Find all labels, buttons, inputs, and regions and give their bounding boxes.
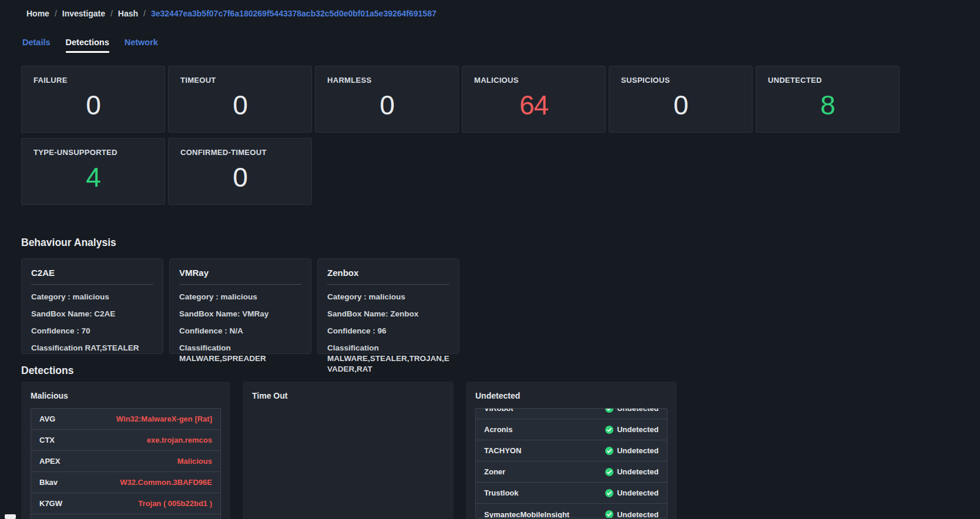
engine-name: ViRobot	[484, 408, 514, 413]
browser-status-indicator	[5, 514, 16, 519]
stat-card-timeout: TIMEOUT 0	[168, 66, 312, 133]
detection-row: AVG Win32:MalwareX-gen [Rat]	[31, 409, 220, 430]
check-circle-icon	[605, 408, 613, 413]
stat-label: FAILURE	[33, 76, 153, 85]
engine-name: APEX	[39, 457, 60, 466]
engine-name: Trustlook	[484, 488, 519, 497]
stat-value: 0	[180, 89, 300, 121]
stat-card-grid: FAILURE 0 TIMEOUT 0 HARMLESS 0 MALICIOUS…	[21, 66, 900, 205]
sandbox-title: Zenbox	[327, 268, 449, 278]
breadcrumb-home[interactable]: Home	[26, 9, 49, 18]
column-label: Undetected	[475, 391, 667, 400]
behaviour-line: Category : malicious	[179, 292, 301, 302]
tab-bar: Details Detections Network	[22, 38, 158, 53]
stat-label: TYPE-UNSUPPORTED	[33, 148, 153, 157]
behaviour-line: Confidence : N/A	[179, 326, 301, 336]
behaviour-card-zenbox: Zenbox Category : malicious SandBox Name…	[317, 258, 459, 354]
detection-result: Trojan ( 005b22bd1 )	[138, 499, 212, 508]
detection-result: Undetected	[617, 408, 659, 413]
detection-row: TACHYON Undetected	[476, 440, 667, 461]
engine-name: SymantecMobileInsight	[484, 510, 569, 519]
sandbox-title: C2AE	[31, 268, 153, 278]
stat-label: SUSPICIOUS	[621, 76, 740, 85]
engine-name: TACHYON	[484, 446, 521, 455]
stat-label: CONFIRMED-TIMEOUT	[180, 148, 300, 157]
stat-label: MALICIOUS	[474, 76, 593, 85]
behaviour-line: Classification MALWARE,STEALER,TROJAN,EV…	[327, 343, 449, 375]
detection-result: Undetected	[617, 510, 659, 519]
behaviour-line: Category : malicious	[31, 292, 153, 302]
behaviour-line: Classification MALWARE,SPREADER	[179, 343, 301, 364]
engine-name: CTX	[39, 436, 55, 444]
behaviour-line: SandBox Name: VMRay	[179, 309, 301, 319]
behaviour-card-c2ae: C2AE Category : malicious SandBox Name: …	[21, 258, 163, 354]
stat-label: TIMEOUT	[180, 76, 300, 85]
stat-value: 8	[768, 89, 887, 121]
breadcrumb-separator: /	[55, 9, 57, 18]
detection-row: APEX Malicious	[31, 451, 220, 472]
detection-row: SymantecMobileInsight Undetected	[476, 504, 667, 518]
detections-column-malicious: Malicious AVG Win32:MalwareX-gen [Rat] C…	[21, 382, 230, 519]
breadcrumb: Home / Investigate / Hash / 3e32447ea3b5…	[26, 9, 437, 18]
tab-details[interactable]: Details	[22, 38, 51, 53]
stat-value: 4	[33, 161, 153, 193]
undetected-list[interactable]: ViRobot Undetected Acronis Undetected	[475, 408, 667, 518]
detections-column-undetected: Undetected ViRobot Undetected Acronis	[466, 382, 677, 519]
detection-result: W32.Common.3BAFD96E	[120, 478, 212, 487]
stat-value: 0	[33, 89, 153, 121]
stat-card-type-unsupported: TYPE-UNSUPPORTED 4	[21, 138, 165, 205]
stat-card-undetected: UNDETECTED 8	[756, 66, 900, 133]
behaviour-line: SandBox Name: C2AE	[31, 309, 153, 319]
detection-row: ViRobot Undetected	[476, 408, 667, 419]
engine-name: Acronis	[484, 425, 512, 434]
behaviour-line: SandBox Name: Zenbox	[327, 309, 449, 319]
detection-row: Acronis Undetected	[476, 419, 667, 440]
partial-row	[31, 514, 220, 519]
malicious-list[interactable]: AVG Win32:MalwareX-gen [Rat] CTX exe.tro…	[31, 408, 221, 519]
detection-result: Malicious	[177, 457, 212, 466]
behaviour-line: Confidence : 96	[327, 326, 449, 336]
detection-result: Win32:MalwareX-gen [Rat]	[116, 414, 212, 423]
divider	[179, 284, 301, 285]
detection-row: Bkav W32.Common.3BAFD96E	[31, 472, 220, 493]
detections-heading: Detections	[21, 365, 73, 377]
detection-result: exe.trojan.remcos	[147, 436, 212, 444]
divider	[31, 284, 153, 285]
sandbox-title: VMRay	[179, 268, 301, 278]
tab-network[interactable]: Network	[125, 38, 158, 53]
tab-detections[interactable]: Detections	[66, 38, 109, 53]
check-circle-icon	[605, 489, 613, 497]
breadcrumb-separator: /	[110, 9, 113, 18]
stat-value: 64	[474, 89, 593, 121]
detection-result: Undetected	[617, 425, 659, 434]
detection-row: Zoner Undetected	[476, 461, 667, 483]
breadcrumb-investigate[interactable]: Investigate	[62, 9, 105, 18]
breadcrumb-hash-value[interactable]: 3e32447ea3b5f07c7f6a180269f5443378acb32c…	[151, 9, 437, 18]
stat-card-suspicious: SUSPICIOUS 0	[609, 66, 753, 133]
engine-name: K7GW	[39, 499, 62, 508]
engine-name: Bkav	[39, 478, 58, 487]
behaviour-line: Category : malicious	[327, 292, 449, 302]
check-circle-icon	[605, 426, 613, 434]
check-circle-icon	[605, 468, 613, 476]
stat-value: 0	[180, 161, 300, 193]
behaviour-card-row: C2AE Category : malicious SandBox Name: …	[21, 258, 459, 354]
detection-result: Undetected	[617, 446, 659, 455]
breadcrumb-separator: /	[143, 9, 146, 18]
behaviour-card-vmray: VMRay Category : malicious SandBox Name:…	[169, 258, 311, 354]
detection-row: CTX exe.trojan.remcos	[31, 430, 220, 451]
column-label: Time Out	[252, 391, 444, 400]
behaviour-line: Classification RAT,STEALER	[31, 343, 153, 353]
stat-card-confirmed-timeout: CONFIRMED-TIMEOUT 0	[168, 138, 312, 205]
detection-result: Undetected	[617, 467, 659, 476]
check-circle-icon	[605, 447, 613, 455]
stat-card-harmless: HARMLESS 0	[315, 66, 459, 133]
engine-name: AVG	[39, 414, 55, 423]
detection-row: K7GW Trojan ( 005b22bd1 )	[31, 493, 220, 514]
column-label: Malicious	[31, 391, 221, 400]
stat-card-failure: FAILURE 0	[21, 66, 165, 133]
stat-value: 0	[621, 89, 740, 121]
breadcrumb-hash-section[interactable]: Hash	[118, 9, 138, 18]
stat-value: 0	[327, 89, 447, 121]
detection-result: Undetected	[617, 488, 659, 497]
